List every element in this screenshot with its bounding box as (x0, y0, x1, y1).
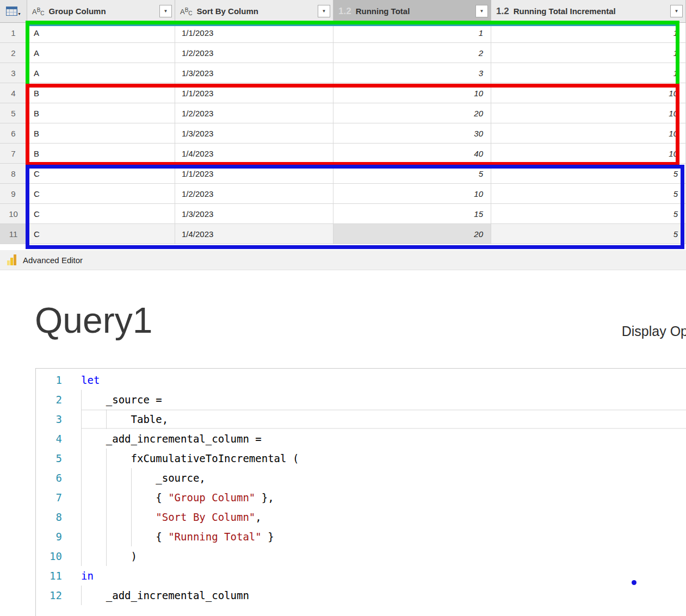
column-header-label: Running Total Incremental (514, 7, 670, 16)
data-preview-grid: ▾ ABCGroup Column▼ABCSort By Column▼1.2R… (0, 0, 686, 250)
column-header-label: Running Total (356, 7, 475, 16)
code-line[interactable]: 4_add_incremental_column = (36, 429, 686, 449)
row-number[interactable]: 1 (0, 23, 27, 43)
code-line[interactable]: 5fxCumulativeToIncremental ( (36, 449, 686, 468)
filter-dropdown-button[interactable]: ▼ (318, 5, 330, 17)
advanced-editor-titlebar[interactable]: Advanced Editor (0, 250, 686, 270)
group-a-annotation-rectangle (26, 21, 679, 88)
indent-guide (131, 468, 156, 488)
line-number: 5 (36, 449, 81, 468)
code-token: { (156, 531, 168, 543)
code-token: , (255, 511, 261, 523)
advanced-editor-title: Advanced Editor (23, 256, 83, 265)
row-number[interactable]: 4 (0, 83, 27, 103)
code-line[interactable]: 10) (36, 546, 686, 566)
code-line-content[interactable]: _source = (81, 390, 686, 409)
group-b-annotation-rectangle (26, 84, 679, 166)
row-number[interactable]: 8 (0, 164, 27, 184)
code-line-content[interactable]: "Sort By Column", (81, 507, 686, 527)
indent-guide (81, 586, 106, 605)
text-type-icon: ABC (32, 7, 45, 16)
group-c-annotation-rectangle (26, 165, 684, 249)
row-number[interactable]: 2 (0, 43, 27, 63)
column-header-sort-by-column[interactable]: ABCSort By Column▼ (175, 0, 333, 23)
filter-dropdown-button[interactable]: ▼ (475, 5, 488, 17)
code-line-content[interactable]: ) (81, 546, 686, 566)
display-options-link[interactable]: Display Op (622, 323, 686, 339)
indent-guide (81, 429, 106, 449)
code-line[interactable]: 11in (36, 566, 686, 586)
row-number[interactable]: 7 (0, 144, 27, 164)
code-line[interactable]: 1let (36, 370, 686, 390)
code-line-content[interactable]: _source, (81, 468, 686, 488)
blue-dot-annotation (632, 580, 636, 585)
code-editor[interactable]: 1let2_source =3Table,4_add_incremental_c… (35, 368, 686, 616)
column-header-running-total-incremental[interactable]: 1.2Running Total Incremental▼ (491, 0, 686, 23)
column-header-running-total[interactable]: 1.2Running Total▼ (333, 0, 491, 23)
code-line-content[interactable]: in (81, 566, 686, 586)
row-number[interactable]: 5 (0, 103, 27, 123)
number-type-icon: 1.2 (496, 6, 509, 17)
column-header-group-column[interactable]: ABCGroup Column▼ (27, 0, 175, 23)
filter-dropdown-button[interactable]: ▼ (670, 5, 683, 17)
code-token: _add_incremental_column (106, 589, 249, 601)
table-menu-button[interactable]: ▾ (0, 0, 27, 23)
code-token: _source, (156, 472, 206, 484)
table-icon (6, 7, 17, 16)
indent-guide (81, 507, 106, 527)
line-number: 3 (36, 409, 81, 429)
power-bi-icon (7, 254, 18, 265)
indent-guide (106, 449, 131, 468)
code-token: }, (255, 491, 274, 503)
indent-guide (81, 390, 106, 409)
filter-dropdown-button[interactable]: ▼ (159, 5, 172, 17)
line-number: 10 (36, 546, 81, 566)
keyword-token: in (81, 570, 94, 582)
string-token: "Group Column" (168, 491, 255, 503)
line-number: 8 (36, 507, 81, 527)
code-token: ) (131, 550, 137, 562)
code-line-content[interactable]: let (81, 370, 686, 390)
code-line[interactable]: 9{ "Running Total" } (36, 527, 686, 546)
code-line-content[interactable]: fxCumulativeToIncremental ( (81, 449, 686, 468)
code-token: _source = (106, 394, 162, 406)
code-line-content[interactable]: Table, (81, 409, 686, 429)
indent-guide (106, 546, 131, 566)
string-token: "Running Total" (168, 531, 262, 543)
code-token: _add_incremental_column = (106, 433, 262, 445)
code-line-content[interactable]: _add_incremental_column = (81, 429, 686, 449)
query-title: Query1 (35, 300, 152, 341)
code-line-content[interactable]: { "Group Column" }, (81, 488, 686, 507)
code-line[interactable]: 3Table, (36, 409, 686, 429)
number-type-icon: 1.2 (338, 6, 351, 17)
indent-guide (106, 409, 131, 429)
code-line[interactable]: 6_source, (36, 468, 686, 488)
code-token: Table, (131, 413, 169, 425)
row-number[interactable]: 9 (0, 184, 27, 204)
indent-guide (81, 488, 106, 507)
code-line-content[interactable]: _add_incremental_column (81, 586, 686, 605)
code-line-content[interactable]: { "Running Total" } (81, 527, 686, 546)
indent-guide (131, 507, 156, 527)
row-number[interactable]: 11 (0, 224, 27, 244)
line-number: 11 (36, 566, 81, 586)
indent-guide (106, 507, 131, 527)
code-line[interactable]: 12_add_incremental_column (36, 586, 686, 605)
row-number[interactable]: 10 (0, 204, 27, 224)
keyword-token: let (81, 374, 100, 386)
row-number[interactable]: 6 (0, 123, 27, 144)
indent-guide (81, 527, 106, 546)
code-line[interactable]: 8"Sort By Column", (36, 507, 686, 527)
indent-guide (106, 527, 131, 546)
code-line[interactable]: 2_source = (36, 390, 686, 409)
power-query-screen: ▾ ABCGroup Column▼ABCSort By Column▼1.2R… (0, 0, 686, 616)
line-number: 4 (36, 429, 81, 449)
indent-guide (106, 488, 131, 507)
indent-guide (81, 546, 106, 566)
code-line[interactable]: 7{ "Group Column" }, (36, 488, 686, 507)
string-token: "Sort By Column" (156, 511, 255, 523)
line-number: 1 (36, 370, 81, 390)
column-header-label: Group Column (49, 7, 159, 16)
indent-guide (106, 468, 131, 488)
row-number[interactable]: 3 (0, 63, 27, 83)
